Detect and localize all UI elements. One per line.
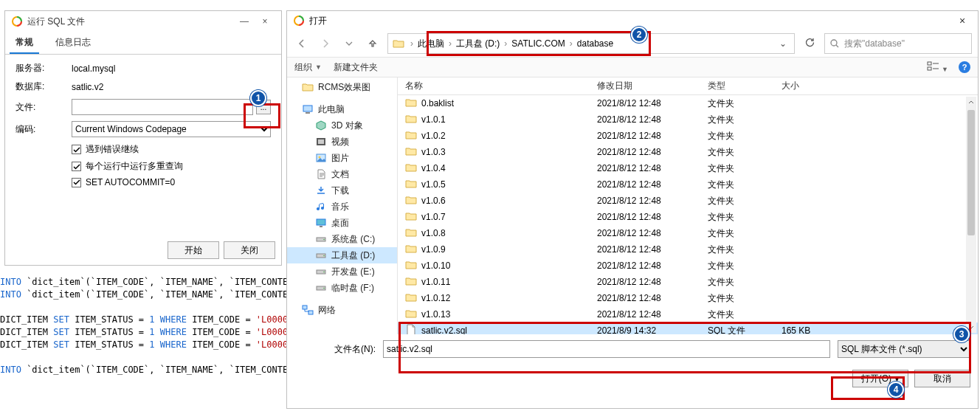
folder-icon <box>405 308 417 321</box>
nav-up-button[interactable] <box>364 35 382 52</box>
search-icon <box>829 38 840 49</box>
tree-icon <box>315 120 327 131</box>
folder-icon <box>405 146 417 159</box>
filename-label: 文件名(N): <box>294 343 376 356</box>
tree-item[interactable]: 下载 <box>287 182 397 199</box>
scroll-down-button[interactable] <box>966 322 976 333</box>
checkbox-autocommit[interactable] <box>72 178 81 187</box>
folder-row[interactable]: v1.0.32021/8/12 12:48文件夹 <box>398 144 978 160</box>
tab-info-log[interactable]: 信息日志 <box>49 32 97 54</box>
column-type[interactable]: 类型 <box>708 80 781 92</box>
label-encoding: 编码: <box>15 123 72 136</box>
folder-icon <box>405 130 417 142</box>
file-type-filter[interactable]: SQL 脚本文件 (*.sql) <box>838 340 970 358</box>
tree-item[interactable]: 图片 <box>287 150 397 166</box>
tree-item[interactable]: 系统盘 (C:) <box>287 231 397 247</box>
folder-icon <box>302 81 314 93</box>
help-button[interactable]: ? <box>959 61 970 73</box>
tree-item[interactable]: 3D 对象 <box>287 117 397 134</box>
window-close-button[interactable]: × <box>255 16 275 27</box>
open-button[interactable]: 打开(O) ▼ <box>852 370 908 387</box>
folder-icon <box>405 244 417 256</box>
search-box[interactable]: 搜索"database" <box>824 33 972 54</box>
column-date[interactable]: 修改日期 <box>597 80 708 92</box>
folder-icon <box>405 195 417 207</box>
breadcrumb-dropdown-button[interactable]: ⌄ <box>775 38 791 49</box>
tree-icon <box>315 201 327 213</box>
cancel-button[interactable]: 取消 <box>914 370 970 387</box>
folder-row[interactable]: v1.0.52021/8/12 12:48文件夹 <box>398 176 978 193</box>
folder-row[interactable]: v1.0.72021/8/12 12:48文件夹 <box>398 209 978 225</box>
scroll-thumb[interactable] <box>967 110 975 235</box>
folder-row[interactable]: v1.0.82021/8/12 12:48文件夹 <box>398 225 978 241</box>
folder-row[interactable]: v1.0.62021/8/12 12:48文件夹 <box>398 193 978 209</box>
crumb-folder-1[interactable]: SATLIC.COM <box>511 38 565 49</box>
file-path-input[interactable] <box>72 99 253 115</box>
chevron-down-icon: ▼ <box>315 63 322 71</box>
file-row[interactable]: satlic.v2.sql2021/8/9 14:32SQL 文件165 KB <box>398 322 978 334</box>
open-dialog-close-button[interactable]: × <box>953 15 972 27</box>
chevron-right-icon: › <box>570 38 573 49</box>
tree-item-network[interactable]: 网络 <box>287 302 397 318</box>
tree-item-rcms[interactable]: RCMS效果图 <box>287 79 397 95</box>
folder-row[interactable]: v1.0.42021/8/12 12:48文件夹 <box>398 160 978 176</box>
tree-item[interactable]: 临时盘 (F:) <box>287 280 397 296</box>
refresh-button[interactable] <box>801 38 818 50</box>
checkbox-continue-on-error[interactable] <box>72 145 81 154</box>
run-dialog-title: 运行 SQL 文件 <box>27 15 234 28</box>
folder-row[interactable]: v1.0.22021/8/12 12:48文件夹 <box>398 128 978 144</box>
window-minimize-button[interactable]: — <box>234 16 255 27</box>
folder-row[interactable]: v1.0.122021/8/12 12:48文件夹 <box>398 290 978 306</box>
start-button[interactable]: 开始 <box>168 241 219 259</box>
folder-row[interactable]: 0.baklist2021/8/12 12:48文件夹 <box>398 95 978 111</box>
tree-item[interactable]: 桌面 <box>287 215 397 231</box>
folder-row[interactable]: v1.0.92021/8/12 12:48文件夹 <box>398 241 978 258</box>
checkbox-multi-query[interactable] <box>72 162 81 171</box>
tab-general[interactable]: 常规 <box>10 32 39 54</box>
crumb-folder-2[interactable]: database <box>577 38 613 49</box>
tree-item[interactable]: 工具盘 (D:) <box>287 247 397 263</box>
breadcrumb-bar[interactable]: › 此电脑 › 工具盘 (D:) › SATLIC.COM › database… <box>387 33 795 54</box>
folder-row[interactable]: v1.0.112021/8/12 12:48文件夹 <box>398 274 978 290</box>
tree-item[interactable]: 音乐 <box>287 199 397 215</box>
nav-forward-button[interactable] <box>317 35 334 52</box>
file-icon <box>405 324 417 335</box>
svg-point-18 <box>323 272 325 273</box>
tree-item-this-pc[interactable]: 此电脑 <box>287 101 397 117</box>
nav-back-button[interactable] <box>293 35 311 52</box>
encoding-select[interactable]: Current Windows Codepage <box>72 121 271 137</box>
file-open-dialog: 打开 × › 此电脑 › 工具盘 (D:) › SATLIC.COM › dat… <box>286 10 979 409</box>
new-folder-button[interactable]: 新建文件夹 <box>334 61 378 74</box>
computer-icon <box>302 103 314 115</box>
folder-row[interactable]: v1.0.12021/8/12 12:48文件夹 <box>398 111 978 128</box>
folder-row[interactable]: v1.0.102021/8/12 12:48文件夹 <box>398 258 978 274</box>
svg-point-2 <box>831 40 837 46</box>
chevron-right-icon: › <box>410 38 413 49</box>
tree-item[interactable]: 文档 <box>287 166 397 182</box>
crumb-this-pc[interactable]: 此电脑 <box>418 38 444 50</box>
nav-history-button[interactable] <box>340 35 358 52</box>
tree-icon <box>315 136 327 148</box>
crumb-drive[interactable]: 工具盘 (D:) <box>456 38 500 50</box>
column-size[interactable]: 大小 <box>781 80 870 92</box>
filename-input[interactable] <box>383 340 830 358</box>
svg-rect-21 <box>303 306 307 309</box>
close-button[interactable]: 关闭 <box>224 241 275 259</box>
folder-icon <box>405 162 417 175</box>
svg-point-16 <box>323 255 325 257</box>
folder-icon <box>405 97 417 110</box>
view-mode-button[interactable]: ▼ <box>927 61 948 74</box>
svg-point-14 <box>323 239 325 241</box>
tree-item[interactable]: 开发盘 (E:) <box>287 263 397 280</box>
folder-row[interactable]: v1.0.132021/8/12 12:48文件夹 <box>398 306 978 322</box>
column-name[interactable]: 名称 <box>398 80 597 92</box>
tree-item[interactable]: 视频 <box>287 134 397 150</box>
network-icon <box>302 304 314 316</box>
vertical-scrollbar[interactable] <box>966 97 976 333</box>
chevron-right-icon: › <box>504 38 507 49</box>
browse-file-button[interactable]: ... <box>256 100 271 114</box>
value-database: satlic.v2 <box>72 82 103 92</box>
scroll-up-button[interactable] <box>966 97 976 107</box>
organize-button[interactable]: 组织▼ <box>294 61 322 74</box>
list-header[interactable]: 名称 修改日期 类型 大小 <box>398 77 978 95</box>
